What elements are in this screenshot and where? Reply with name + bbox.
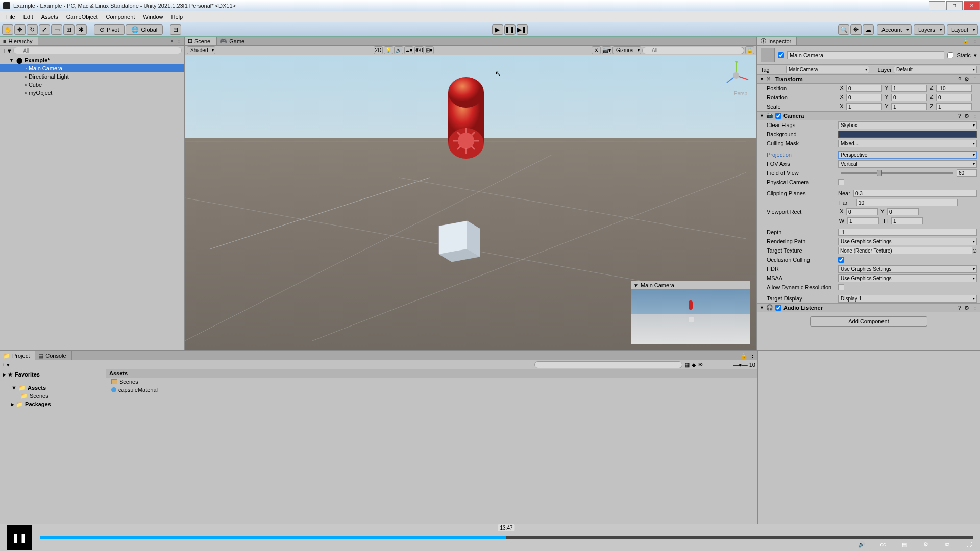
scene-root[interactable]: ▼⬤ Example*	[0, 56, 184, 64]
maximize-button[interactable]: □	[946, 1, 963, 10]
fx-toggle[interactable]: ☁▾	[404, 46, 413, 54]
menu-assets[interactable]: Assets	[37, 14, 62, 20]
target-display-dropdown[interactable]: Display 1	[838, 295, 977, 303]
menu-file[interactable]: File	[2, 14, 19, 20]
tag-dropdown[interactable]: MainCamera	[786, 66, 869, 73]
rotate-tool-button[interactable]: ↻	[27, 24, 38, 35]
layer-dropdown[interactable]: Default	[894, 66, 977, 73]
console-tab[interactable]: ▤ Console	[35, 351, 71, 360]
account-dropdown[interactable]: Account	[877, 24, 912, 35]
hierarchy-item-directional-light[interactable]: ▫ Directional Light	[0, 72, 184, 81]
position-x-field[interactable]	[846, 85, 882, 92]
close-button[interactable]: ✕	[964, 1, 980, 10]
move-tool-button[interactable]: ✥	[14, 24, 26, 35]
viewport-x-field[interactable]	[846, 208, 878, 215]
search-button[interactable]: 🔍	[838, 24, 849, 35]
near-field[interactable]: 0.3	[853, 190, 977, 197]
rendering-path-dropdown[interactable]: Use Graphics Settings	[838, 238, 977, 245]
preset-icon[interactable]: ⚙	[964, 76, 969, 83]
camera-enabled-checkbox[interactable]	[775, 113, 781, 119]
orientation-gizmo[interactable]: y	[721, 60, 751, 91]
scenes-folder[interactable]: 📁 Scenes	[0, 392, 106, 400]
step-button[interactable]: ▶❚	[517, 24, 528, 35]
camera-component-header[interactable]: ▼📷 Camera ?⚙⋮	[757, 111, 980, 120]
camera-settings-button[interactable]: 📷▾	[602, 46, 611, 54]
position-y-field[interactable]	[891, 85, 927, 92]
hierarchy-search-input[interactable]	[13, 47, 182, 54]
hdr-dropdown[interactable]: Use Graphics Settings	[838, 265, 977, 273]
rect-tool-button[interactable]: ▭	[51, 24, 62, 35]
scene-viewport[interactable]: y Persp ↖ ▼ Main Camera	[185, 55, 756, 350]
inspector-lock-icon[interactable]: 🔒	[962, 38, 969, 44]
slider-icon[interactable]: —●— 10	[733, 362, 755, 368]
clear-flags-dropdown[interactable]: Skybox	[838, 121, 977, 129]
hierarchy-tab[interactable]: ≡ Hierarchy	[0, 37, 38, 45]
physical-camera-checkbox[interactable]	[838, 179, 844, 185]
object-name-field[interactable]: Main Camera	[787, 51, 944, 59]
play-button[interactable]: ▶	[492, 24, 503, 35]
collab-button[interactable]: ❋	[850, 24, 862, 35]
minimize-button[interactable]: —	[929, 1, 945, 10]
save-search-icon[interactable]: ◆	[692, 362, 696, 368]
occlusion-checkbox[interactable]	[838, 257, 844, 263]
shading-mode-dropdown[interactable]: Shaded	[187, 46, 215, 54]
2d-toggle[interactable]: 2D	[374, 46, 383, 54]
fov-axis-dropdown[interactable]: Vertical	[838, 160, 977, 168]
msaa-dropdown[interactable]: Use Graphics Settings	[838, 274, 977, 282]
preset-icon[interactable]: ⚙	[964, 305, 969, 311]
menu-component[interactable]: Component	[102, 14, 139, 20]
add-component-button[interactable]: Add Component	[810, 316, 927, 327]
grid-toggle[interactable]: ⊞▾	[425, 46, 434, 54]
game-tab[interactable]: 🎮 Game	[217, 37, 251, 45]
object-picker-icon[interactable]: ⊙	[972, 247, 977, 254]
fov-value-field[interactable]: 60	[957, 169, 977, 177]
project-item-scenes[interactable]: Scenes	[106, 378, 757, 386]
viewport-h-field[interactable]	[891, 217, 923, 224]
background-color-field[interactable]	[838, 131, 977, 138]
inspector-tab[interactable]: ⓘ Inspector	[757, 37, 797, 45]
position-z-field[interactable]	[936, 85, 972, 92]
static-checkbox[interactable]	[947, 52, 953, 58]
cloud-button[interactable]: ☁	[863, 24, 874, 35]
scale-x-field[interactable]	[846, 103, 882, 110]
viewport-w-field[interactable]	[847, 217, 879, 224]
captions-icon[interactable]: cc	[877, 541, 889, 548]
layout-dropdown[interactable]: Layout	[947, 24, 978, 35]
pause-button[interactable]: ❚❚	[504, 24, 516, 35]
scale-y-field[interactable]	[891, 103, 927, 110]
culling-mask-dropdown[interactable]: Mixed...	[838, 140, 977, 147]
snap-button[interactable]: ⊟	[170, 24, 181, 35]
custom-tool-button[interactable]: ✱	[76, 24, 87, 35]
hidden-packages-icon[interactable]: 👁	[698, 362, 703, 368]
object-active-checkbox[interactable]	[778, 52, 784, 58]
panel-lock-icon[interactable]: 🔒	[741, 353, 748, 359]
audio-toggle[interactable]: 🔊	[394, 46, 403, 54]
audio-enabled-checkbox[interactable]	[775, 305, 781, 311]
hierarchy-item-cube[interactable]: ▫ Cube	[0, 81, 184, 89]
project-item-capsule-material[interactable]: capsuleMaterial	[106, 386, 757, 394]
component-menu-icon[interactable]: ⋮	[972, 113, 978, 119]
fov-slider[interactable]	[841, 172, 953, 174]
transform-tool-button[interactable]: ⊞	[63, 24, 75, 35]
projection-dropdown[interactable]: Perspective	[838, 151, 977, 159]
component-menu-icon[interactable]: ⋮	[972, 305, 978, 311]
pivot-toggle[interactable]: ⊙Pivot	[94, 24, 125, 35]
panel-options-icon[interactable]: ▫	[171, 38, 173, 44]
volume-icon[interactable]: 🔊	[855, 541, 868, 548]
static-dropdown-icon[interactable]: ▾	[974, 52, 977, 59]
filter-icon[interactable]: ▦	[684, 362, 690, 368]
project-create-dropdown[interactable]: + ▾	[2, 362, 10, 368]
menu-gameobject[interactable]: GameObject	[62, 14, 102, 20]
create-dropdown[interactable]: + ▾	[2, 47, 11, 55]
target-texture-field[interactable]: None (Render Texture)	[838, 247, 972, 254]
panel-menu-icon[interactable]: ⋮	[750, 353, 755, 359]
scale-tool-button[interactable]: ⤢	[39, 24, 50, 35]
rotation-z-field[interactable]	[936, 94, 972, 101]
far-field[interactable]	[856, 199, 958, 206]
transcript-icon[interactable]: ▤	[898, 541, 911, 548]
video-progress-bar[interactable]: 13:47	[40, 536, 973, 539]
rotation-x-field[interactable]	[846, 94, 882, 101]
help-icon[interactable]: ?	[958, 305, 961, 311]
pip-icon[interactable]: ⧉	[941, 541, 953, 548]
fullscreen-icon[interactable]: ⛶	[963, 541, 975, 548]
